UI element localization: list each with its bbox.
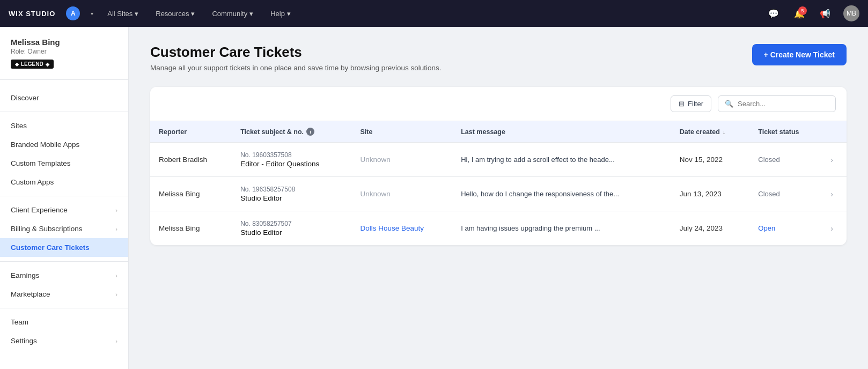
col-ticket-subject: Ticket subject & no. i [232,121,351,143]
cell-reporter: Melissa Bing [150,177,232,211]
row-chevron-right-icon[interactable]: › [830,156,833,164]
cell-last-message: Hello, how do I change the responsivenes… [452,177,671,211]
col-last-message: Last message [452,121,671,143]
diamond-icon-left: ◆ [15,62,19,67]
chevron-right-icon: › [115,291,117,298]
sidebar-item-earnings[interactable]: Earnings › [0,266,128,285]
col-reporter: Reporter [150,121,232,143]
col-actions [822,121,847,143]
cell-ticket-status: Open [749,211,822,246]
cell-ticket-subject: No. 196358257508 Studio Editor [232,177,351,211]
chevron-right-icon: › [115,338,117,344]
filter-icon: ⊟ [679,100,685,108]
sidebar-item-marketplace[interactable]: Marketplace › [0,285,128,304]
ticket-number: No. 19603357508 [240,151,343,159]
main-content: Customer Care Tickets Manage all your su… [129,27,868,369]
user-avatar[interactable]: MB [843,5,859,21]
nav-help[interactable]: Help ▾ [267,8,294,20]
last-message-text: Hello, how do I change the responsivenes… [461,190,619,198]
ticket-subject: Studio Editor [240,228,343,237]
cell-ticket-subject: No. 19603357508 Editor - Editor Question… [232,143,351,177]
cell-reporter: Melissa Bing [150,211,232,246]
last-message-text: I am having issues upgrading the premium… [461,224,600,232]
tickets-table: Reporter Ticket subject & no. i Site Las… [150,121,847,245]
diamond-icon-right: ◆ [46,62,49,67]
notifications-icon[interactable]: 🔔 5 [792,6,807,21]
profile-name: Melissa Bing [11,38,117,47]
status-badge: Closed [758,190,779,198]
cell-date-created: Jun 13, 2023 [671,177,750,211]
search-input[interactable] [738,100,829,108]
sidebar-item-client-experience[interactable]: Client Experience › [0,201,128,219]
wix-logo: WIX STUDIO [9,10,55,18]
col-site: Site [351,121,452,143]
top-navigation: WIX STUDIO A ▾ All Sites ▾ Resources ▾ C… [0,0,868,27]
notifications-badge: 5 [798,6,807,15]
table-row[interactable]: Robert Bradish No. 19603357508 Editor - … [150,143,847,177]
ticket-subject: Editor - Editor Questions [240,160,343,168]
row-chevron-right-icon[interactable]: › [830,224,833,233]
tickets-table-card: ⊟ Filter 🔍 Reporter Ticket subject & no. [150,87,847,245]
nav-community[interactable]: Community ▾ [209,8,256,20]
cell-reporter: Robert Bradish [150,143,232,177]
ticket-number: No. 196358257508 [240,186,343,193]
site-link[interactable]: Dolls House Beauty [360,224,424,232]
cell-site[interactable]: Dolls House Beauty [351,211,452,246]
cell-date-created: July 24, 2023 [671,211,750,246]
ticket-subject: Studio Editor [240,194,343,202]
col-date-created[interactable]: Date created ↓ [671,121,750,143]
sidebar-item-custom-apps[interactable]: Custom Apps [0,173,128,191]
table-row[interactable]: Melissa Bing No. 83058257507 Studio Edit… [150,211,847,246]
sidebar-item-customer-care-tickets[interactable]: Customer Care Tickets [0,238,128,257]
table-row[interactable]: Melissa Bing No. 196358257508 Studio Edi… [150,177,847,211]
cell-site: Unknown [351,177,452,211]
cell-row-action[interactable]: › [822,177,847,211]
search-container: 🔍 [718,95,836,112]
cell-ticket-subject: No. 83058257507 Studio Editor [232,211,351,246]
sort-icon: ↓ [723,129,726,135]
page-subtitle: Manage all your support tickets in one p… [150,64,442,72]
account-chevron-icon[interactable]: ▾ [91,11,93,17]
nav-resources[interactable]: Resources ▾ [152,8,198,20]
main-layout: Melissa Bing Role: Owner ◆ LEGEND ◆ Disc… [0,0,868,369]
page-title: Customer Care Tickets [150,44,442,61]
sidebar-item-team[interactable]: Team [0,313,128,331]
sidebar-item-branded-mobile-apps[interactable]: Branded Mobile Apps [0,135,128,154]
page-header: Customer Care Tickets Manage all your su… [150,44,847,72]
sidebar-profile: Melissa Bing Role: Owner ◆ LEGEND ◆ [0,38,128,80]
table-header-row: Reporter Ticket subject & no. i Site Las… [150,121,847,143]
cell-ticket-status: Closed [749,177,822,211]
page-header-text: Customer Care Tickets Manage all your su… [150,44,442,72]
table-toolbar: ⊟ Filter 🔍 [150,87,847,121]
cell-ticket-status: Closed [749,143,822,177]
cell-last-message: Hi, I am trying to add a scroll effect t… [452,143,671,177]
messages-icon[interactable]: 💬 [766,6,781,21]
account-button[interactable]: A [66,6,80,20]
nav-all-sites[interactable]: All Sites ▾ [104,8,142,20]
filter-button[interactable]: ⊟ Filter [671,95,711,112]
sidebar-item-settings[interactable]: Settings › [0,331,128,350]
create-ticket-button[interactable]: + Create New Ticket [752,44,847,65]
chevron-right-icon: › [115,272,117,279]
chevron-right-icon: › [115,226,117,232]
info-icon[interactable]: i [306,128,314,136]
col-ticket-status: Ticket status [749,121,822,143]
row-chevron-right-icon[interactable]: › [830,190,833,198]
profile-role: Role: Owner [11,48,117,55]
sidebar: Melissa Bing Role: Owner ◆ LEGEND ◆ Disc… [0,27,129,369]
site-unknown: Unknown [360,156,390,164]
status-badge: Closed [758,156,779,164]
sidebar-item-billing-subscriptions[interactable]: Billing & Subscriptions › [0,219,128,238]
site-unknown: Unknown [360,190,390,198]
cell-date-created: Nov 15, 2022 [671,143,750,177]
cell-row-action[interactable]: › [822,143,847,177]
last-message-text: Hi, I am trying to add a scroll effect t… [461,156,615,164]
sidebar-item-discover[interactable]: Discover [0,88,128,107]
cell-row-action[interactable]: › [822,211,847,246]
cell-last-message: I am having issues upgrading the premium… [452,211,671,246]
sidebar-item-custom-templates[interactable]: Custom Templates [0,154,128,173]
search-icon: 🔍 [725,100,733,108]
status-badge: Open [758,224,775,232]
sidebar-item-sites[interactable]: Sites [0,116,128,135]
broadcasts-icon[interactable]: 📢 [818,6,833,21]
